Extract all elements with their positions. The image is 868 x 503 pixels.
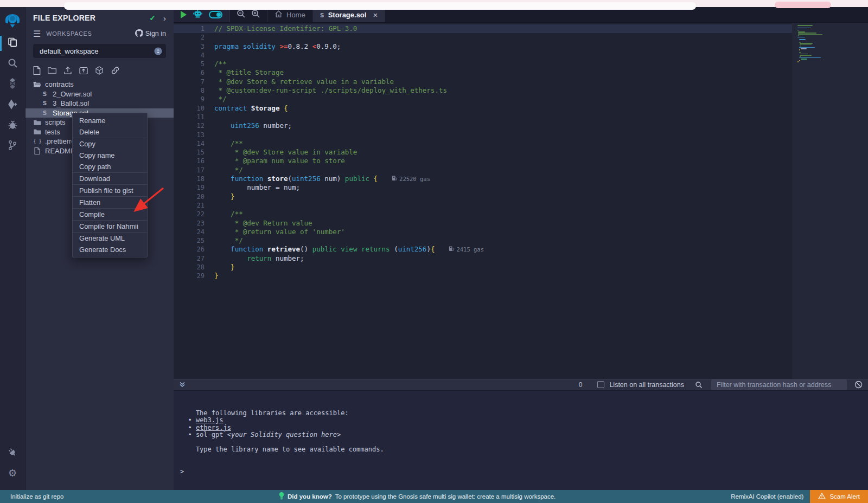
sidebar-item-settings[interactable]: ⚙ bbox=[0, 463, 25, 483]
terminal-panel[interactable]: The following libraries are accessible: … bbox=[174, 391, 868, 491]
cube-icon[interactable] bbox=[95, 66, 104, 75]
assistant-toggle[interactable] bbox=[209, 11, 222, 18]
clear-block-icon[interactable] bbox=[854, 381, 863, 389]
code-line: 24 * @return value of 'number' bbox=[174, 228, 792, 236]
tree-item-label: contracts bbox=[45, 80, 74, 88]
menu-item-generate-uml[interactable]: Generate UML bbox=[73, 233, 147, 244]
line-number: 24 bbox=[174, 228, 205, 236]
menu-item-rename[interactable]: Rename bbox=[73, 115, 147, 126]
browser-address-bar-edge bbox=[64, 2, 696, 10]
terminal-line bbox=[180, 461, 868, 468]
code-line: 14 /** bbox=[174, 139, 792, 148]
browser-chrome-strip bbox=[0, 0, 868, 7]
sidebar-item-solidity-compiler[interactable] bbox=[0, 74, 25, 95]
code-text: * @return value of 'number' bbox=[214, 228, 345, 236]
menu-item-copy[interactable]: Copy bbox=[73, 138, 147, 150]
menu-item-generate-docs[interactable]: Generate Docs bbox=[73, 244, 147, 255]
sol-icon: S bbox=[41, 109, 49, 117]
transaction-filter-input[interactable] bbox=[711, 379, 847, 390]
sidebar-item-debugger[interactable] bbox=[0, 115, 25, 136]
chevron-right-icon[interactable]: › bbox=[163, 14, 166, 23]
code-text: uint256 number; bbox=[214, 121, 292, 130]
menu-item-download[interactable]: Download bbox=[73, 173, 147, 184]
gas-pump-icon bbox=[449, 245, 454, 254]
listen-checkbox[interactable] bbox=[597, 381, 604, 388]
run-script-button[interactable] bbox=[181, 11, 187, 18]
folder-icon bbox=[33, 128, 41, 135]
terminal-bar: 0 Listen on all transactions bbox=[174, 379, 868, 391]
code-line: 20 } bbox=[174, 192, 792, 201]
menu-item-copy-name[interactable]: Copy name bbox=[73, 150, 147, 161]
minimap[interactable] bbox=[792, 23, 868, 379]
menu-item-compile[interactable]: Compile bbox=[73, 209, 147, 220]
tree-item-2-owner-sol[interactable]: S2_Owner.sol bbox=[25, 89, 174, 99]
code-line: 4 bbox=[174, 51, 792, 60]
workspace-select[interactable]: default_workspace bbox=[33, 44, 166, 58]
search-icon bbox=[8, 58, 18, 70]
editor-column: HomeSStorage.sol× 1// SPDX-License-Ident… bbox=[174, 7, 868, 490]
tree-item-contracts[interactable]: contracts bbox=[25, 80, 174, 89]
menu-item-delete[interactable]: Delete bbox=[73, 126, 147, 138]
sign-in-button[interactable]: Sign in bbox=[135, 29, 166, 38]
sidebar-item-search[interactable] bbox=[0, 54, 25, 74]
code-text: // SPDX-License-Identifier: GPL-3.0 bbox=[214, 24, 357, 33]
gas-pump-icon bbox=[392, 175, 397, 183]
menu-item-compile-for-nahmii[interactable]: Compile for Nahmii bbox=[73, 221, 147, 232]
code-text: function store(uint256 num) public {2252… bbox=[214, 175, 430, 183]
code-line: 16 * @param num value to store bbox=[174, 157, 792, 165]
check-icon: ✓ bbox=[149, 14, 156, 22]
terminal-link[interactable]: ethers.js bbox=[196, 424, 231, 431]
menu-item-flatten[interactable]: Flatten bbox=[73, 197, 147, 208]
sidebar-item-file-explorer[interactable] bbox=[0, 33, 25, 54]
upload-folder-icon[interactable] bbox=[79, 67, 88, 75]
new-file-icon[interactable] bbox=[33, 66, 41, 75]
line-number: 28 bbox=[174, 263, 205, 272]
context-menu: RenameDeleteCopyCopy nameCopy pathDownlo… bbox=[72, 113, 148, 257]
menu-item-copy-path[interactable]: Copy path bbox=[73, 161, 147, 172]
terminal-search-icon[interactable] bbox=[695, 381, 703, 389]
code-text: } bbox=[214, 192, 235, 201]
remixai-robot-icon[interactable] bbox=[193, 9, 203, 21]
upload-file-icon[interactable] bbox=[63, 66, 72, 75]
sidebar-item-plugin-manager[interactable] bbox=[0, 442, 25, 463]
editor[interactable]: 1// SPDX-License-Identifier: GPL-3.023pr… bbox=[174, 23, 868, 379]
link-icon[interactable] bbox=[111, 66, 120, 75]
github-icon bbox=[135, 29, 143, 38]
line-number: 15 bbox=[174, 148, 205, 157]
folder-icon bbox=[33, 119, 41, 126]
line-number: 12 bbox=[174, 121, 205, 130]
minimap-line bbox=[800, 55, 812, 56]
tree-item-3-ballot-sol[interactable]: S3_Ballot.sol bbox=[25, 99, 174, 108]
zoom-out-icon[interactable] bbox=[237, 9, 246, 21]
new-folder-icon[interactable] bbox=[48, 67, 56, 74]
terminal-link[interactable]: web3.js bbox=[196, 416, 224, 424]
gas-estimate: 2415 gas bbox=[449, 245, 484, 254]
menu-item-publish-file-to-gist[interactable]: Publish file to gist bbox=[73, 185, 147, 196]
sidebar-item-deploy-and-run[interactable] bbox=[0, 95, 25, 115]
hamburger-menu-icon[interactable]: ☰ bbox=[33, 29, 41, 39]
sidebar-item-git[interactable] bbox=[0, 136, 25, 157]
line-number: 14 bbox=[174, 139, 205, 148]
workspace-name: default_workspace bbox=[40, 47, 98, 55]
tab-label: Home bbox=[286, 11, 305, 19]
tip-text: To prototype using the Gnosis safe multi… bbox=[335, 493, 556, 500]
git-init-button[interactable]: Initialize as git repo bbox=[0, 493, 63, 500]
remix-logo-icon[interactable] bbox=[0, 7, 25, 33]
panel-title: FILE EXPLORER bbox=[33, 14, 95, 22]
code-line: 28 } bbox=[174, 263, 792, 272]
terminal-expand-chevrons-icon[interactable] bbox=[179, 381, 186, 388]
code-line: 3pragma solidity >=0.8.2 <0.9.0; bbox=[174, 42, 792, 51]
copilot-status[interactable]: RemixAI Copilot (enabled) bbox=[731, 493, 803, 500]
code-text: */ bbox=[214, 236, 243, 245]
file-icon bbox=[33, 147, 41, 154]
tree-item-label: scripts bbox=[45, 118, 66, 126]
close-icon[interactable]: × bbox=[373, 11, 378, 19]
minimap-code bbox=[797, 25, 868, 62]
terminal-line bbox=[180, 439, 868, 447]
zoom-in-icon[interactable] bbox=[251, 9, 260, 21]
code-line: 13 bbox=[174, 131, 792, 139]
file-explorer-icon bbox=[7, 37, 18, 50]
deploy-and-run-icon bbox=[8, 99, 18, 112]
scam-alert-button[interactable]: Scam Alert bbox=[810, 490, 868, 503]
minimap-line bbox=[801, 59, 807, 60]
